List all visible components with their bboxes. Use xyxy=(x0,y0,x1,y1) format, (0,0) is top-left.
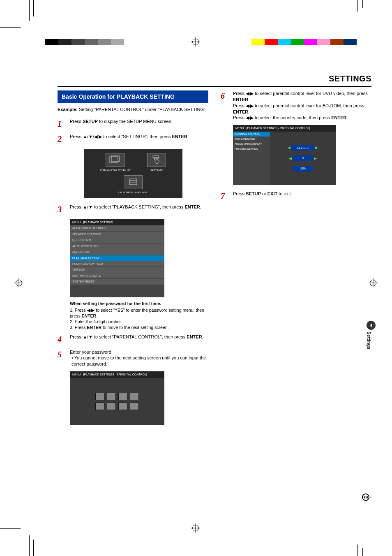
pc-field-level: ◀ LEVEL 3 ▶ xyxy=(288,145,318,151)
left-arrow-icon: ◀ xyxy=(288,145,291,150)
step-6-l1c: . xyxy=(248,97,249,102)
en-icon: EN xyxy=(362,493,369,501)
settings-item: AUTO POWER OFF xyxy=(70,243,164,249)
right-arrow-icon: ▶ xyxy=(315,145,318,150)
step-7-post: to exit. xyxy=(277,191,292,196)
pc-val-level: LEVEL 3 xyxy=(291,145,314,151)
step-6-l3a: Press ◀/▶ to select the country code, th… xyxy=(233,115,331,120)
step-6-l1b: ENTER xyxy=(233,97,248,102)
step-5-line: Enter your password. xyxy=(70,350,113,354)
pwd-header-path: [PLAYBACK SETTINGS - PARENTAL CONTROL] xyxy=(83,373,147,376)
step-6: 6 Press ◀/▶ to select parental control l… xyxy=(221,90,371,121)
password-panel: MENU [PLAYBACK SETTINGS - PARENTAL CONTR… xyxy=(70,371,164,425)
pc-val-country: USA xyxy=(293,166,313,171)
tile-osd-language: ON SCREEN LANGUAGE xyxy=(118,175,148,194)
svg-point-5 xyxy=(155,160,159,164)
step-3-bold: ENTER xyxy=(184,204,200,209)
side-tab: 4 Settings xyxy=(367,321,376,349)
step-3: 3 Press ▲/▼ to select "PLAYBACK SETTING"… xyxy=(58,204,208,215)
step-7-pre: Press xyxy=(233,191,246,196)
step-4-bold: ENTER xyxy=(187,334,202,339)
step-num-4: 4 xyxy=(58,334,65,345)
left-arrow-icon: ◀ xyxy=(289,156,292,161)
pc-header-path: [PLAYBACK SETTINGS - PARENTAL CONTROL] xyxy=(246,127,310,130)
step-7-b1: SETUP xyxy=(246,191,261,196)
example-prefix: Example: xyxy=(58,107,78,112)
side-tab-label: Settings xyxy=(367,331,371,349)
step-num-7: 7 xyxy=(221,191,228,202)
step-7: 7 Press SETUP or EXIT to exit. xyxy=(221,191,371,202)
settings-item: FRONT DISPLAY / LED xyxy=(70,261,164,267)
tile-settings-label: SETTINGS xyxy=(150,169,163,172)
step-6-l1a: Press ◀/▶ to select parental control lev… xyxy=(233,91,368,96)
substep-3b: ENTER xyxy=(87,325,101,330)
pwd-header-menu: MENU xyxy=(72,373,81,376)
settings-header-menu: MENU xyxy=(72,221,81,224)
substep-3a: 3. Press xyxy=(70,325,87,330)
step-6-l2a: Press ◀/▶ to select parental control lev… xyxy=(233,103,364,108)
step-num-5: 5 xyxy=(58,349,65,368)
settings-panel: MENU [PLAYBACK SETTING] AUDIO VIDEO SETT… xyxy=(70,219,164,297)
side-tab-number: 4 xyxy=(367,321,376,330)
pc-left-item: PARENTAL CONTROL xyxy=(233,132,270,137)
step-2: 2 Press ▲/▼/◀/▶ to select "SETTINGS", th… xyxy=(58,134,208,145)
step-num-2: 2 xyxy=(58,134,65,145)
page-title: SETTINGS xyxy=(58,74,371,83)
settings-header-path: [PLAYBACK SETTING] xyxy=(83,221,113,224)
settings-item: SOFTWARE UPDATE xyxy=(70,273,164,279)
substep-2: 2. Enter the 4-digit number. xyxy=(70,319,208,324)
language-icon xyxy=(124,175,143,189)
step-num-1: 1 xyxy=(58,118,65,130)
pc-field-country: USA xyxy=(293,166,313,171)
settings-item: SYSTEM RESET xyxy=(70,279,164,285)
pc-field-zero: ◀ 0 ▶ xyxy=(289,155,317,161)
settings-item: PLAYBACK SETTING xyxy=(70,255,164,261)
pc-header-menu: MENU xyxy=(235,127,244,130)
step-2-bold: ENTER xyxy=(172,134,187,139)
step-7-mid: or xyxy=(261,191,267,196)
step-1-bold: SETUP xyxy=(83,119,98,124)
pc-left-item: PIN CODE SETTING xyxy=(233,146,270,151)
substep-1b: ENTER xyxy=(82,313,97,318)
pc-left-item: DISC LANGUAGE xyxy=(233,137,270,141)
tile-title-list: DISPLAYS THE TITLE LIST xyxy=(100,153,131,172)
tile-osd-language-label: ON SCREEN LANGUAGE xyxy=(118,191,148,194)
settings-list: AUDIO VIDEO SETTINGSSPEAKER SETTINGSQUIC… xyxy=(70,225,164,285)
page-rule xyxy=(58,86,371,87)
footer-language-marker: EN - xyxy=(362,493,371,501)
right-column: 6 Press ◀/▶ to select parental control l… xyxy=(221,90,371,425)
step-5: 5 Enter your password. • You cannot move… xyxy=(58,349,208,368)
step-num-6: 6 xyxy=(221,90,228,121)
step-4-pre: Press ▲/▼ to select "PARENTAL CONTROL", … xyxy=(70,334,187,339)
step-6-l2b: ENTER xyxy=(233,109,248,114)
left-column: Basic Operation for PLAYBACK SETTING Exa… xyxy=(58,90,208,425)
parental-panel: MENU [PLAYBACK SETTINGS - PARENTAL CONTR… xyxy=(233,125,336,185)
pc-val-zero: 0 xyxy=(293,155,313,161)
substep-title: When setting the password for the first … xyxy=(70,301,208,306)
step-1: 1 Press SETUP to display the SETUP MENU … xyxy=(58,118,208,130)
settings-item: SPEAKER SETTINGS xyxy=(70,232,164,237)
step-4: 4 Press ▲/▼ to select "PARENTAL CONTROL"… xyxy=(58,334,208,345)
step-3-pre: Press ▲/▼ to select "PLAYBACK SETTING", … xyxy=(70,204,184,209)
substep-1c: . xyxy=(96,313,97,318)
example-text: Setting "PARENTAL CONTROL" under "PLAYBA… xyxy=(78,107,207,112)
settings-item: VERSION xyxy=(70,267,164,273)
section-heading: Basic Operation for PLAYBACK SETTING xyxy=(58,90,208,103)
tile-settings: SETTINGS xyxy=(147,153,166,172)
svg-rect-2 xyxy=(153,156,159,158)
password-substeps: When setting the password for the first … xyxy=(70,301,208,331)
tile-title-list-label: DISPLAYS THE TITLE LIST xyxy=(100,169,131,172)
pc-left-item: ANGLE MARK DISPLAY xyxy=(233,141,270,146)
settings-item: AUDIO VIDEO SETTINGS xyxy=(70,225,164,231)
step-7-b2: EXIT xyxy=(267,191,277,196)
step-6-l3c: . xyxy=(346,115,348,120)
step-2-post: . xyxy=(187,134,189,139)
example-line: Example: Setting "PARENTAL CONTROL" unde… xyxy=(58,107,208,113)
step-6-l2c: . xyxy=(248,109,249,114)
title-list-icon xyxy=(106,153,125,167)
en-dash: - xyxy=(370,495,371,499)
right-arrow-icon: ▶ xyxy=(314,156,317,161)
settings-item: AQUOS LINK xyxy=(70,249,164,255)
step-5-bullet: You cannot move to the next setting scre… xyxy=(71,355,206,366)
step-1-pre: Press xyxy=(70,119,83,124)
